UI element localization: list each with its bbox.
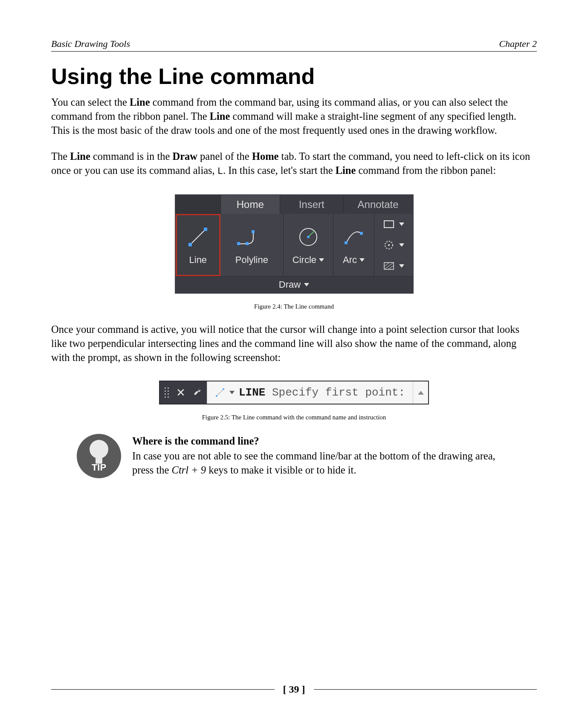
svg-rect-4 bbox=[246, 242, 249, 245]
strong-line: Line bbox=[130, 96, 150, 108]
ribbon-figure: Home Insert Annotate Line Polyline Circl… bbox=[175, 194, 414, 294]
circle-label: Circle bbox=[293, 254, 316, 266]
svg-rect-1 bbox=[188, 243, 192, 246]
chevron-down-icon bbox=[399, 222, 404, 226]
tab-insert[interactable]: Insert bbox=[280, 195, 343, 214]
svg-point-20 bbox=[223, 388, 224, 390]
command-bar-left: ✕ bbox=[160, 381, 207, 404]
text: command from the ribbon panel: bbox=[356, 165, 496, 176]
svg-point-8 bbox=[307, 236, 310, 238]
text: You can select the bbox=[51, 96, 130, 108]
chevron-down-icon[interactable] bbox=[229, 391, 235, 394]
hatch-tool-button[interactable] bbox=[383, 261, 404, 271]
footer-rule-left bbox=[51, 689, 275, 690]
text: keys to make it visible or to hide it. bbox=[206, 464, 356, 476]
ribbon-tabs: Home Insert Annotate bbox=[176, 195, 413, 214]
tab-annotate-label: Annotate bbox=[358, 199, 399, 211]
tip-body: Where is the command line? In case you a… bbox=[132, 434, 511, 477]
drag-handle-icon[interactable] bbox=[165, 387, 169, 398]
draw-panel-label: Draw bbox=[279, 279, 301, 290]
arc-icon bbox=[342, 222, 366, 252]
command-bar-figure: ✕ LINE Specify first point: bbox=[159, 381, 429, 404]
paragraph-2: The Line command is in the Draw panel of… bbox=[51, 149, 537, 178]
tab-insert-label: Insert bbox=[299, 199, 324, 211]
svg-rect-5 bbox=[252, 230, 255, 233]
ellipse-icon bbox=[383, 240, 395, 250]
svg-rect-9 bbox=[345, 241, 348, 244]
inline-code-l: L bbox=[217, 166, 223, 177]
draw-panel-expander[interactable]: Draw bbox=[176, 276, 413, 293]
arc-label: Arc bbox=[343, 254, 357, 266]
keystroke: Ctrl + 9 bbox=[172, 464, 206, 476]
paragraph-3: Once your command is active, you will no… bbox=[51, 322, 537, 364]
chevron-down-icon bbox=[399, 264, 404, 268]
text: panel of the bbox=[197, 150, 252, 162]
header-right: Chapter 2 bbox=[499, 38, 537, 49]
figure-2-5-caption: Figure 2.5: The Line command with the co… bbox=[51, 414, 537, 421]
line-icon bbox=[186, 222, 210, 252]
svg-line-16 bbox=[384, 263, 389, 266]
svg-rect-10 bbox=[360, 232, 363, 235]
strong-draw: Draw bbox=[172, 150, 197, 162]
page-number: [ 39 ] bbox=[283, 684, 305, 695]
tab-home-label: Home bbox=[237, 199, 264, 211]
svg-line-0 bbox=[190, 229, 206, 245]
svg-rect-2 bbox=[204, 228, 207, 231]
ellipse-tool-button[interactable] bbox=[383, 240, 404, 250]
header-left: Basic Drawing Tools bbox=[51, 38, 130, 49]
text: command is in the bbox=[90, 150, 173, 162]
polyline-icon bbox=[235, 222, 269, 252]
page-footer: [ 39 ] bbox=[51, 684, 537, 695]
circle-icon bbox=[296, 222, 320, 252]
chevron-down-icon bbox=[359, 258, 365, 262]
command-input[interactable]: LINE Specify first point: bbox=[207, 381, 413, 404]
polyline-label: Polyline bbox=[235, 254, 268, 266]
hatch-icon bbox=[383, 261, 395, 271]
chevron-down-icon bbox=[319, 258, 324, 262]
polyline-tool-button[interactable]: Polyline bbox=[220, 214, 283, 276]
command-text: LINE Specify first point: bbox=[239, 386, 405, 399]
text: The bbox=[51, 150, 70, 162]
strong-home: Home bbox=[252, 150, 279, 162]
tip-badge: TIP bbox=[77, 434, 121, 478]
close-icon[interactable]: ✕ bbox=[176, 386, 185, 399]
svg-rect-11 bbox=[384, 221, 394, 228]
svg-line-18 bbox=[217, 389, 223, 396]
strong-line: Line bbox=[70, 150, 90, 162]
svg-line-15 bbox=[384, 263, 394, 269]
chevron-down-icon bbox=[399, 243, 404, 247]
lightbulb-icon bbox=[90, 440, 108, 459]
extra-tools-column bbox=[374, 214, 413, 276]
svg-point-19 bbox=[216, 395, 217, 397]
ribbon-tool-row: Line Polyline Circle Arc bbox=[176, 214, 413, 276]
page-title: Using the Line command bbox=[51, 64, 537, 89]
running-header: Basic Drawing Tools Chapter 2 bbox=[51, 38, 537, 52]
paragraph-1: You can select the Line command from the… bbox=[51, 95, 537, 137]
svg-point-13 bbox=[388, 244, 390, 246]
arc-tool-button[interactable]: Arc bbox=[333, 214, 374, 276]
line-tool-button[interactable]: Line bbox=[176, 214, 221, 276]
wrench-icon[interactable] bbox=[193, 387, 202, 398]
svg-rect-3 bbox=[237, 242, 240, 245]
rectangle-icon bbox=[383, 220, 395, 229]
tip-question: Where is the command line? bbox=[132, 434, 511, 448]
ribbon-tab-spacer bbox=[176, 195, 220, 214]
circle-tool-button[interactable]: Circle bbox=[284, 214, 334, 276]
chevron-up-icon bbox=[418, 391, 424, 395]
history-toggle-button[interactable] bbox=[413, 381, 428, 404]
tip-callout: TIP Where is the command line? In case y… bbox=[51, 434, 537, 478]
strong-line-3: Line bbox=[336, 165, 356, 176]
line-label: Line bbox=[189, 254, 207, 266]
strong-line-2: Line bbox=[210, 110, 230, 122]
text: . In this case, let's start the bbox=[223, 165, 336, 176]
footer-rule-right bbox=[314, 689, 537, 690]
chevron-down-icon bbox=[304, 283, 309, 286]
command-name: LINE bbox=[239, 386, 265, 399]
command-prompt: Specify first point: bbox=[265, 386, 405, 399]
tip-label: TIP bbox=[77, 462, 121, 473]
rectangle-tool-button[interactable] bbox=[383, 220, 404, 229]
tab-annotate[interactable]: Annotate bbox=[343, 195, 413, 214]
tab-home[interactable]: Home bbox=[220, 195, 280, 214]
line-icon bbox=[215, 387, 225, 398]
figure-2-4-caption: Figure 2.4: The Line command bbox=[51, 303, 537, 310]
